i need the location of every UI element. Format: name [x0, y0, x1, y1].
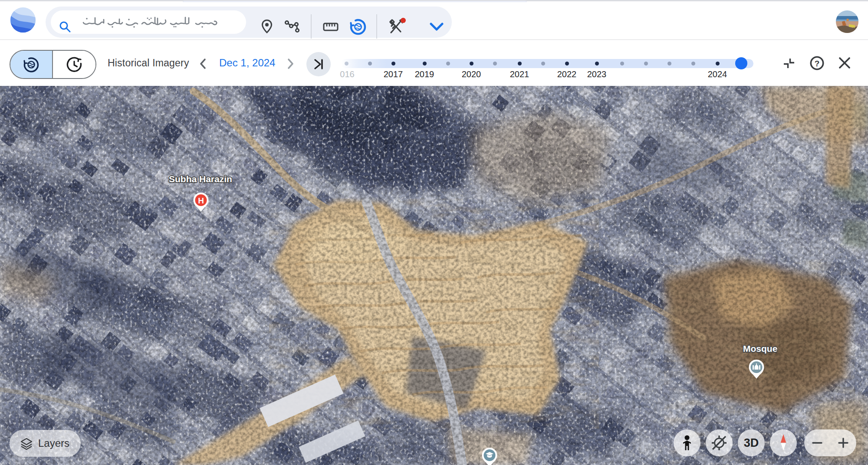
svg-text:H: H [198, 196, 204, 205]
svg-text:?: ? [815, 59, 820, 68]
